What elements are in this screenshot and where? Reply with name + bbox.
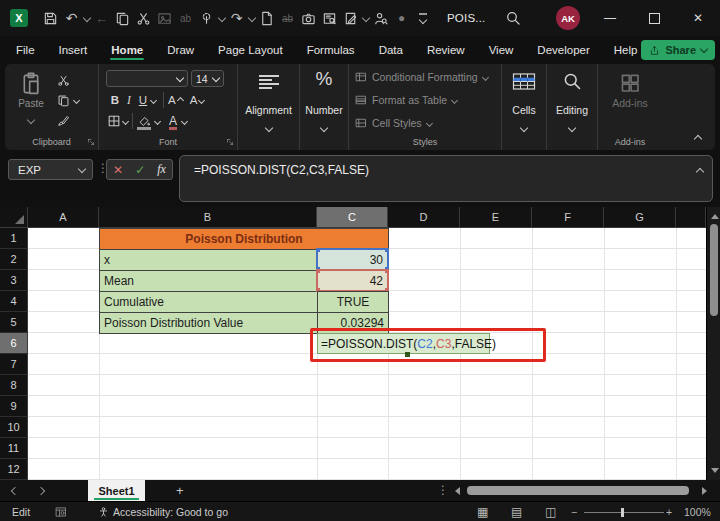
column-header-e[interactable]: E [460, 207, 532, 228]
add-sheet-button[interactable]: + [176, 483, 184, 498]
save-icon[interactable] [40, 7, 61, 29]
row-header-8[interactable]: 8 [0, 375, 28, 396]
scroll-down-icon[interactable] [711, 468, 719, 473]
camera-icon[interactable] [298, 7, 319, 29]
print-preview-icon[interactable] [319, 7, 340, 29]
touch-mode-dropdown-icon[interactable] [217, 15, 226, 21]
cut-icon[interactable] [133, 7, 154, 29]
view-page-break-icon[interactable]: ◫ [545, 502, 556, 521]
cells-group[interactable]: Cells [502, 64, 547, 150]
row-header-2[interactable]: 2 [0, 249, 28, 270]
name-box-dropdown-icon[interactable] [78, 164, 86, 172]
vertical-scroll-thumb[interactable] [710, 224, 718, 316]
row-header-4[interactable]: 4 [0, 291, 28, 312]
cell-b4-label[interactable]: Cumulative [99, 291, 318, 313]
tab-view[interactable]: View [477, 36, 526, 63]
tab-draw[interactable]: Draw [155, 36, 206, 63]
alignment-expand-icon[interactable] [264, 124, 272, 132]
sheet-tab-sheet1[interactable]: Sheet1 [88, 480, 145, 501]
column-header-d[interactable]: D [388, 207, 460, 228]
row-header-11[interactable]: 11 [0, 438, 28, 459]
cell-b3-label[interactable]: Mean [99, 270, 318, 292]
paste-button[interactable]: Paste [13, 72, 49, 127]
redo-dropdown-icon[interactable] [247, 15, 256, 21]
sheet-options-icon[interactable]: ⋮ [437, 483, 449, 497]
select-all-corner[interactable] [0, 207, 28, 228]
cell-c3-value[interactable]: 42 [316, 269, 389, 292]
borders-button[interactable] [107, 114, 128, 128]
minimize-button[interactable]: — [588, 0, 632, 36]
addins-button[interactable]: Add-ins [608, 72, 652, 109]
accessibility-status[interactable]: Accessibility: Good to go [113, 502, 228, 521]
tab-data[interactable]: Data [367, 36, 415, 63]
close-button[interactable]: ✕ [676, 0, 720, 36]
tab-file[interactable]: File [4, 36, 47, 63]
hscroll-right-icon[interactable] [702, 487, 707, 495]
editing-expand-icon[interactable] [568, 124, 576, 132]
tab-developer[interactable]: Developer [525, 36, 601, 63]
enter-button[interactable]: ✓ [135, 163, 145, 177]
vertical-scrollbar[interactable] [706, 207, 720, 480]
zoom-out-button[interactable]: − [571, 502, 577, 521]
qat-overflow-icon[interactable] [412, 7, 433, 29]
row-header-3[interactable]: 3 [0, 270, 28, 291]
tab-page-layout[interactable]: Page Layout [206, 36, 295, 63]
cut-button[interactable] [57, 74, 79, 87]
zoom-level[interactable]: 100% [684, 502, 711, 521]
cell-b2-label[interactable]: x [99, 249, 318, 271]
bold-button[interactable]: B [108, 94, 122, 106]
grow-font-button[interactable]: A [168, 94, 183, 106]
clipboard-dialog-launcher-icon[interactable] [87, 138, 95, 146]
document-title[interactable]: POIS... [447, 12, 485, 24]
cell-c2-value[interactable]: 30 [316, 248, 389, 271]
undo-dropdown-icon[interactable] [82, 15, 91, 21]
collapse-ribbon-icon[interactable] [694, 135, 702, 143]
number-expand-icon[interactable] [320, 124, 328, 132]
ink-editor-icon[interactable] [340, 7, 361, 29]
fill-color-button[interactable] [137, 115, 160, 128]
font-size-combo[interactable]: 14 [191, 70, 224, 87]
cells-expand-icon[interactable] [520, 124, 528, 132]
tab-insert[interactable]: Insert [47, 36, 100, 63]
collapse-formula-bar-icon[interactable] [696, 168, 704, 176]
font-color-button[interactable]: A [169, 114, 187, 128]
cell-b1-title[interactable]: Poisson Distribution [99, 228, 389, 250]
new-document-icon[interactable] [256, 7, 277, 29]
insert-function-button[interactable]: fx [157, 162, 166, 177]
spreadsheet-grid[interactable]: A B C D E F G 1 2 3 4 5 6 7 8 9 10 11 12… [0, 207, 720, 480]
touch-mode-icon[interactable] [196, 7, 217, 29]
column-header-b[interactable]: B [99, 207, 317, 228]
row-header-1[interactable]: 1 [0, 228, 28, 249]
search-icon[interactable] [505, 10, 521, 26]
conditional-formatting-button[interactable]: Conditional Formatting [355, 71, 488, 83]
editing-group[interactable]: Editing [547, 64, 598, 150]
copy-icon[interactable] [112, 7, 133, 29]
underline-dropdown-icon[interactable] [150, 96, 157, 103]
redo-icon[interactable]: ↷ [226, 7, 247, 29]
column-header-f[interactable]: F [532, 207, 604, 228]
column-header-a[interactable]: A [28, 207, 99, 228]
view-normal-icon[interactable]: ▦ [477, 502, 488, 521]
name-box[interactable]: EXP [8, 159, 93, 180]
share-button[interactable]: Share [641, 40, 715, 60]
shrink-font-button[interactable]: A [190, 94, 205, 106]
tab-home[interactable]: Home [99, 36, 155, 63]
row-header-10[interactable]: 10 [0, 417, 28, 438]
horizontal-scroll-thumb[interactable] [467, 486, 689, 495]
font-name-combo[interactable] [106, 70, 188, 87]
view-page-layout-icon[interactable]: ▤ [511, 502, 522, 521]
next-sheet-icon[interactable] [37, 487, 45, 495]
number-group[interactable]: % Number [300, 64, 349, 150]
zoom-slider-track[interactable] [584, 512, 664, 513]
macro-record-icon[interactable] [55, 502, 67, 521]
copy-button[interactable] [57, 94, 79, 107]
italic-button[interactable]: I [122, 94, 136, 106]
row-header-7[interactable]: 7 [0, 354, 28, 375]
hscroll-left-icon[interactable] [455, 487, 460, 495]
formula-input[interactable]: =POISSON.DIST(C2,C3,FALSE) [179, 155, 713, 202]
cell-c5-value[interactable]: 0.03294 [317, 312, 389, 334]
format-painter-button[interactable] [57, 114, 79, 127]
lookup-person-icon[interactable] [370, 7, 391, 29]
column-header-partial[interactable] [676, 207, 706, 228]
zoom-in-button[interactable]: + [666, 502, 672, 521]
